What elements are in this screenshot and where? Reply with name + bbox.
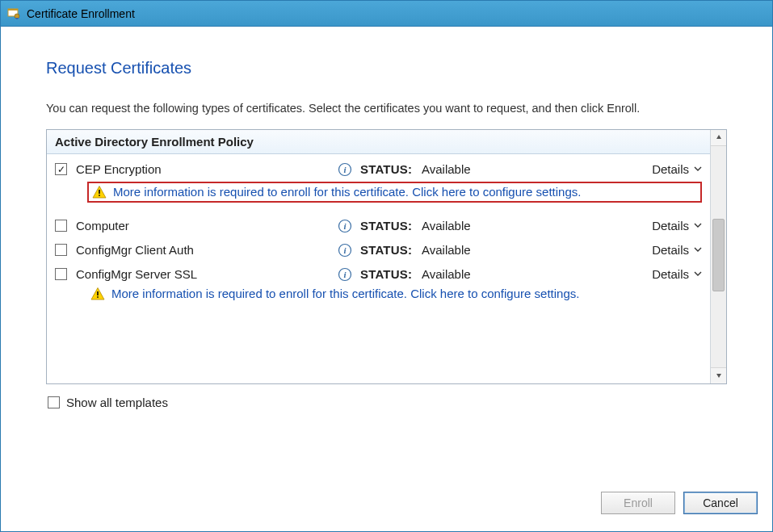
info-icon: i	[338, 267, 352, 282]
page-heading: Request Certificates	[46, 59, 727, 77]
show-all-templates-checkbox[interactable]	[48, 396, 60, 408]
scroll-thumb[interactable]	[712, 219, 725, 291]
details-toggle[interactable]: Details	[637, 267, 702, 281]
details-toggle[interactable]: Details	[637, 243, 702, 257]
details-toggle[interactable]: Details	[637, 162, 702, 176]
more-info-row: More information is required to enroll f…	[90, 287, 702, 301]
chevron-down-icon	[694, 245, 702, 255]
scroll-up-button[interactable]	[711, 130, 726, 146]
certificate-checkbox[interactable]	[55, 244, 67, 256]
scroll-track[interactable]	[711, 146, 726, 367]
svg-rect-13	[97, 291, 99, 295]
more-info-row: More information is required to enroll f…	[87, 182, 702, 203]
warning-icon	[90, 287, 105, 301]
more-info-link[interactable]: More information is required to enroll f…	[113, 185, 581, 199]
details-label: Details	[652, 267, 689, 281]
status-value: Available	[422, 243, 634, 257]
show-all-templates-row: Show all templates	[46, 396, 727, 409]
info-icon: i	[338, 243, 352, 258]
chevron-down-icon	[694, 270, 702, 279]
certificate-row-main: ConfigMgr Server SSL i STATUS:AvailableD…	[55, 267, 702, 282]
certificate-row: ConfigMgr Client Auth i STATUS:Available…	[47, 238, 710, 262]
certificate-row: CEP Encryption i STATUS:AvailableDetails…	[47, 157, 710, 214]
show-all-templates-label: Show all templates	[66, 396, 168, 409]
status-label: STATUS:	[360, 162, 418, 176]
certificate-row-main: CEP Encryption i STATUS:AvailableDetails	[55, 162, 702, 177]
details-toggle[interactable]: Details	[637, 219, 702, 232]
policy-header: Active Directory Enrollment Policy	[47, 130, 710, 154]
status-label: STATUS:	[360, 267, 418, 281]
scroll-down-button[interactable]	[711, 367, 726, 383]
policy-panel: Active Directory Enrollment Policy CEP E…	[46, 129, 727, 384]
window-title: Certificate Enrollment	[27, 7, 135, 20]
status-value: Available	[422, 219, 634, 232]
instructions-text: You can request the following types of c…	[46, 100, 727, 118]
details-label: Details	[652, 162, 689, 176]
status-value: Available	[422, 267, 634, 281]
status-label: STATUS:	[360, 219, 418, 232]
certificate-row-main: ConfigMgr Client Auth i STATUS:Available…	[55, 243, 702, 258]
svg-rect-6	[99, 195, 100, 196]
chevron-down-icon	[694, 165, 702, 174]
details-label: Details	[652, 219, 689, 232]
certificate-enrollment-window: Certificate Enrollment Request Certifica…	[0, 0, 773, 532]
certificate-checkbox[interactable]	[55, 163, 67, 175]
svg-rect-14	[97, 296, 99, 298]
vertical-scrollbar[interactable]	[710, 130, 726, 383]
svg-rect-1	[8, 9, 18, 10]
status-value: Available	[422, 162, 634, 176]
status-label: STATUS:	[360, 243, 418, 257]
svg-rect-5	[99, 190, 100, 194]
warning-icon	[92, 185, 107, 199]
certificate-checkbox[interactable]	[55, 268, 67, 280]
enroll-button[interactable]: Enroll	[601, 492, 675, 514]
content-area: Request Certificates You can request the…	[1, 27, 772, 486]
info-icon: i	[338, 162, 352, 177]
certificate-row: ConfigMgr Server SSL i STATUS:AvailableD…	[47, 262, 710, 312]
certificate-row: Computer i STATUS:AvailableDetails	[47, 214, 710, 238]
cancel-button[interactable]: Cancel	[683, 492, 758, 514]
certificate-name: ConfigMgr Server SSL	[76, 267, 334, 281]
certificate-name: ConfigMgr Client Auth	[76, 243, 334, 257]
titlebar: Certificate Enrollment	[1, 1, 772, 27]
info-icon: i	[338, 219, 352, 233]
details-label: Details	[652, 243, 689, 257]
certificate-checkbox[interactable]	[55, 220, 67, 232]
certificate-list: CEP Encryption i STATUS:AvailableDetails…	[47, 154, 710, 316]
certificate-row-main: Computer i STATUS:AvailableDetails	[55, 219, 702, 233]
more-info-link[interactable]: More information is required to enroll f…	[111, 287, 579, 300]
chevron-down-icon	[694, 221, 702, 231]
certificate-name: CEP Encryption	[76, 162, 334, 176]
dialog-footer: Enroll Cancel	[1, 486, 772, 531]
certificate-icon	[7, 7, 20, 20]
certificate-name: Computer	[76, 219, 334, 232]
